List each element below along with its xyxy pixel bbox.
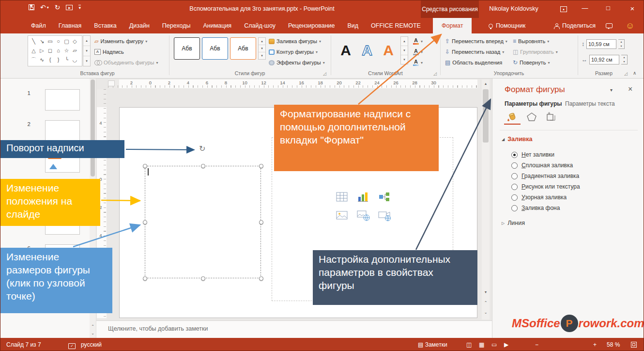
customize-qat-button[interactable]: ▾ (78, 5, 81, 10)
panel-close-icon[interactable]: × (628, 85, 632, 94)
scroll-down-icon[interactable]: ▾ (83, 46, 90, 56)
start-slideshow-button[interactable]: ▶ (66, 5, 73, 10)
notes-pane[interactable]: Щелкните, чтобы добавить заметки (96, 320, 492, 338)
zoom-level[interactable]: 58 % (607, 341, 620, 348)
tab-animations[interactable]: Анимация (197, 18, 238, 33)
resize-handle-s[interactable] (201, 276, 205, 281)
wordart-styles-scrollbar[interactable]: ▴ ▾ ▾ (400, 36, 408, 64)
resize-handle-nw[interactable] (143, 164, 147, 168)
insert-smartart-icon[interactable] (377, 191, 392, 203)
undo-button[interactable]: ↶▾ (40, 4, 49, 11)
insert-chart-icon[interactable] (356, 191, 370, 203)
fill-section-header[interactable]: ◢ Заливка (502, 136, 532, 143)
slide-sorter-view-button[interactable]: ▦ (479, 341, 484, 348)
height-stepper[interactable]: ▴▾ (618, 39, 625, 49)
shape-fill-button[interactable]: Заливка фигуры▾ (269, 36, 321, 46)
insert-table-icon[interactable] (335, 191, 349, 203)
tab-review[interactable]: Рецензирование (282, 18, 341, 33)
scroll-down-icon[interactable]: ▾ (401, 46, 408, 55)
effects-category-icon[interactable] (523, 109, 540, 125)
bring-forward-button[interactable]: ⇧ Переместить вперед▾ (445, 36, 507, 46)
selection-pane-button[interactable]: ▤ Область выделения (445, 58, 502, 67)
notes-toggle-button[interactable]: ▤ Заметки (418, 341, 447, 348)
radio-selected[interactable] (511, 152, 518, 158)
scroll-down-icon[interactable]: ▾ (482, 288, 490, 297)
ribbon-display-options-button[interactable]: ▴ (556, 4, 571, 12)
fill-option-gradient[interactable]: Градиентная заливка (511, 173, 579, 179)
comments-button[interactable] (606, 18, 613, 33)
tab-home[interactable]: Главная (52, 18, 88, 33)
shape-styles-dialog-launcher-icon[interactable]: ◿ (323, 71, 326, 76)
shape-gallery-item[interactable]: ○ (54, 37, 62, 46)
gallery-more-icon[interactable]: ▾ (83, 56, 90, 66)
size-properties-category-icon[interactable] (543, 109, 559, 125)
radio[interactable] (511, 173, 518, 179)
shape-gallery-item[interactable]: ╲ (30, 37, 38, 46)
slideshow-view-button[interactable]: ▶ (504, 341, 508, 348)
edit-shape-button[interactable]: ▱ Изменить фигуру▾ (94, 36, 147, 46)
fill-option-background[interactable]: Заливка фона (511, 205, 560, 211)
thumbnail-image[interactable] (45, 89, 80, 111)
shape-gallery-item[interactable]: ◻ (46, 46, 54, 55)
collapse-ribbon-icon[interactable]: ∧ (633, 70, 636, 76)
wordart-style-sample[interactable]: А (378, 36, 399, 64)
shape-style-sample[interactable]: Абв (230, 37, 256, 60)
line-section-header[interactable]: ▷ Линия (502, 220, 525, 226)
shape-gallery-item[interactable]: ╰ (62, 55, 71, 64)
scroll-up-icon[interactable]: ▴ (401, 37, 408, 46)
insert-picture-icon[interactable] (335, 209, 349, 222)
insert-video-icon[interactable] (377, 209, 392, 222)
rotation-handle[interactable]: ↻ (199, 144, 205, 153)
insert-online-picture-icon[interactable] (356, 209, 370, 222)
tab-insert[interactable]: Вставка (88, 18, 123, 33)
tab-format[interactable]: Формат (433, 18, 472, 33)
scroll-down-icon[interactable]: ⌄ (90, 330, 96, 337)
tab-view[interactable]: Вид (341, 18, 365, 33)
text-fill-button[interactable]: А ▾ (413, 36, 423, 46)
tab-office-remote[interactable]: OFFICE REMOTE (365, 18, 427, 33)
tab-text-options[interactable]: Параметры текста (565, 100, 615, 107)
shape-outline-button[interactable]: Контур фигуры▾ (269, 47, 318, 57)
zoom-in-button[interactable]: + (593, 341, 597, 348)
resize-handle-w[interactable] (143, 220, 147, 224)
shape-gallery-item[interactable]: ↘ (38, 37, 46, 46)
selected-text-box[interactable] (145, 166, 261, 278)
slide-thumbnail[interactable]: 1 (0, 89, 96, 114)
shape-gallery-item[interactable]: ▭ (46, 37, 54, 46)
text-outline-button[interactable]: А ▾ (413, 47, 423, 57)
resize-handle-ne[interactable] (259, 164, 263, 168)
thumbnail-image[interactable] (45, 120, 80, 142)
maximize-button[interactable]: □ (601, 4, 615, 12)
text-effects-button[interactable]: А ▾ (413, 58, 423, 67)
resize-handle-n[interactable] (201, 164, 205, 168)
text-box-button[interactable]: А Надпись (94, 47, 124, 57)
shape-gallery-item[interactable]: △ (30, 46, 38, 55)
proofing-button[interactable]: ✓ (68, 342, 76, 349)
gallery-more-icon[interactable]: ▾ (401, 55, 408, 64)
scrollbar-thumb[interactable] (91, 80, 95, 176)
save-button[interactable] (29, 4, 34, 10)
fill-line-category-icon[interactable] (504, 109, 521, 125)
panel-options-icon[interactable]: ▾ (610, 87, 613, 93)
shape-gallery-item[interactable]: } (54, 55, 62, 64)
shape-gallery-item[interactable]: ◡ (71, 55, 79, 64)
previous-slide-icon[interactable]: ⌃ (482, 299, 490, 307)
width-stepper[interactable]: ▴▾ (621, 55, 628, 64)
shape-effects-button[interactable]: Эффекты фигуры▾ (269, 58, 325, 67)
tab-slideshow[interactable]: Слайд-шоу (238, 18, 282, 33)
resize-handle-sw[interactable] (143, 276, 147, 281)
reading-view-button[interactable]: ▭ (491, 341, 497, 348)
minimize-button[interactable]: — (578, 4, 592, 12)
normal-view-button[interactable]: ◫ (466, 341, 472, 348)
radio[interactable] (511, 184, 518, 190)
slide-scrollbar[interactable]: ▴ ▾ ⌃ ⌄ (482, 80, 490, 319)
signed-in-user[interactable]: Nikolay Koldovsky (485, 5, 543, 12)
close-button[interactable]: × (625, 4, 640, 13)
radio[interactable] (511, 205, 518, 211)
shape-gallery-item[interactable]: ⌂ (54, 46, 62, 55)
fill-option-solid[interactable]: Сплошная заливка (511, 162, 573, 169)
shape-gallery-item[interactable]: ☆ (62, 46, 71, 55)
rotate-objects-button[interactable]: ↻ Повернуть▾ (513, 58, 550, 67)
tab-file[interactable]: Файл (25, 18, 52, 33)
wordart-style-sample[interactable]: А (336, 36, 356, 64)
